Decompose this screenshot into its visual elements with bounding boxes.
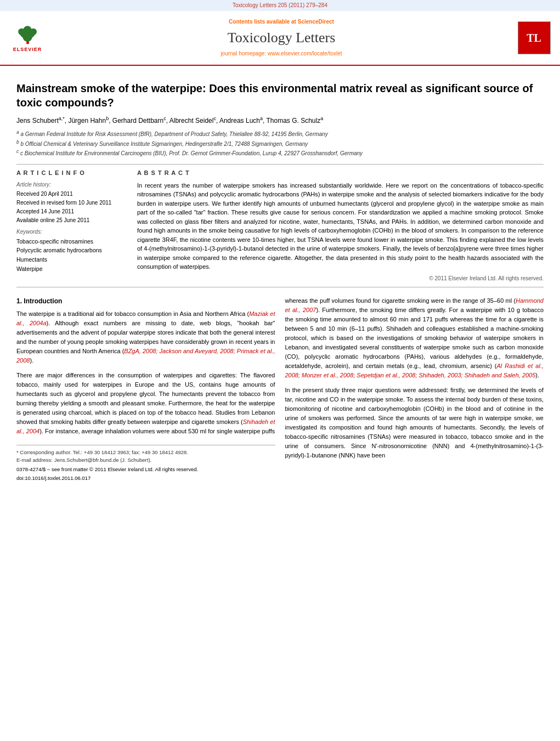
section-number: 1. <box>16 297 22 305</box>
received-date: Received 20 April 2011 <box>16 190 126 199</box>
copyright-line: © 2011 Elsevier Ireland Ltd. All rights … <box>137 275 544 282</box>
journal-header: ELSEVIER Contents lists available at Sci… <box>0 11 560 66</box>
keyword-2: Polycyclic aromatic hydrocarbons <box>16 246 126 255</box>
keywords: Tobacco-specific nitrosamines Polycyclic… <box>16 237 126 274</box>
body-para-right-2: In the present study three major questio… <box>285 386 544 460</box>
doi-line: 0378-4274/$ – see front matter © 2011 El… <box>16 466 275 473</box>
svg-point-5 <box>18 29 25 35</box>
authors-line: Jens Schuberta,*, Jürgen Hahnb, Gerhard … <box>16 115 544 126</box>
corresponding-author-note: * Corresponding author. Tel.: +49 30 184… <box>16 449 275 456</box>
homepage-url[interactable]: www.elsevier.com/locate/toxlet <box>268 50 342 56</box>
section-title-text: Introduction <box>24 297 62 305</box>
elsevier-logo: ELSEVIER <box>5 15 49 60</box>
science-direct-link-text[interactable]: ScienceDirect <box>298 19 334 25</box>
tl-logo-box: TL <box>513 15 555 60</box>
affiliation-b: b b Official Chemical & Veterinary Surve… <box>16 139 544 148</box>
article-info-heading: A R T I C L E I N F O <box>16 169 126 177</box>
abstract-heading: A B S T R A C T <box>137 169 544 177</box>
journal-center-info: Contents lists available at ScienceDirec… <box>49 15 513 60</box>
affiliation-c: c c Biochemical Institute for Environmen… <box>16 148 544 157</box>
keyword-1: Tobacco-specific nitrosamines <box>16 237 126 246</box>
article-title: Mainstream smoke of the waterpipe: Does … <box>16 81 544 110</box>
citation-4: Hammond et al., 2007 <box>285 297 544 313</box>
citation-2: BZgA, 2008; Jackson and Aveyard, 2008; P… <box>16 348 275 364</box>
email-note: E-mail address: Jens.Schubert@bfr.bund.d… <box>16 456 275 464</box>
intro-heading: 1. Introduction <box>16 296 275 306</box>
article-info-column: A R T I C L E I N F O Article history: R… <box>16 169 126 282</box>
footnote-section: * Corresponding author. Tel.: +49 30 184… <box>16 445 275 465</box>
revised-date: Received in revised form 10 June 2011 <box>16 199 126 207</box>
homepage-line: journal homepage: www.elsevier.com/locat… <box>49 50 513 58</box>
accepted-date: Accepted 14 June 2011 <box>16 207 126 216</box>
citation-1: Maziak et al., 2004a <box>16 310 275 326</box>
keyword-4: Waterpipe <box>16 264 126 274</box>
svg-point-6 <box>30 29 36 35</box>
journal-title: Toxicology Letters <box>49 28 513 48</box>
top-divider <box>16 164 544 165</box>
body-left-column: 1. Introduction The waterpipe is a tradi… <box>16 296 275 483</box>
journal-citation-text: Toxicology Letters 205 (2011) 279–284 <box>233 2 327 8</box>
elsevier-label: ELSEVIER <box>13 46 42 53</box>
body-para-1: The waterpipe is a traditional aid for t… <box>16 309 275 365</box>
main-content: Mainstream smoke of the waterpipe: Does … <box>0 66 560 493</box>
body-divider <box>16 287 544 287</box>
body-para-right-1: whereas the puff volumes found for cigar… <box>285 296 544 380</box>
citation-3: Shihadeh et al., 2004 <box>16 418 275 434</box>
info-abstract-section: A R T I C L E I N F O Article history: R… <box>16 169 544 282</box>
citation-5: Al Rashidi et al., 2008; Monzer et al., … <box>285 363 544 378</box>
keyword-3: Humectants <box>16 255 126 264</box>
journal-citation-bar: Toxicology Letters 205 (2011) 279–284 <box>0 0 560 11</box>
body-content: 1. Introduction The waterpipe is a tradi… <box>16 296 544 483</box>
elsevier-tree-icon <box>13 23 43 45</box>
keywords-label: Keywords: <box>16 228 126 236</box>
abstract-column: A B S T R A C T In recent years the numb… <box>137 169 544 282</box>
tl-logo: TL <box>518 21 551 54</box>
affiliation-a: a a German Federal Institute for Risk As… <box>16 129 544 138</box>
history-label: Article history: <box>16 181 126 189</box>
science-direct-line: Contents lists available at ScienceDirec… <box>49 18 513 26</box>
body-para-2: There are major differences in the consu… <box>16 371 275 436</box>
doi-value: doi:10.1016/j.toxlet.2011.06.017 <box>16 474 275 482</box>
abstract-text: In recent years the number of waterpipe … <box>137 181 544 271</box>
available-date: Available online 25 June 2011 <box>16 216 126 225</box>
affiliations: a a German Federal Institute for Risk As… <box>16 129 544 157</box>
body-right-column: whereas the puff volumes found for cigar… <box>285 296 544 483</box>
